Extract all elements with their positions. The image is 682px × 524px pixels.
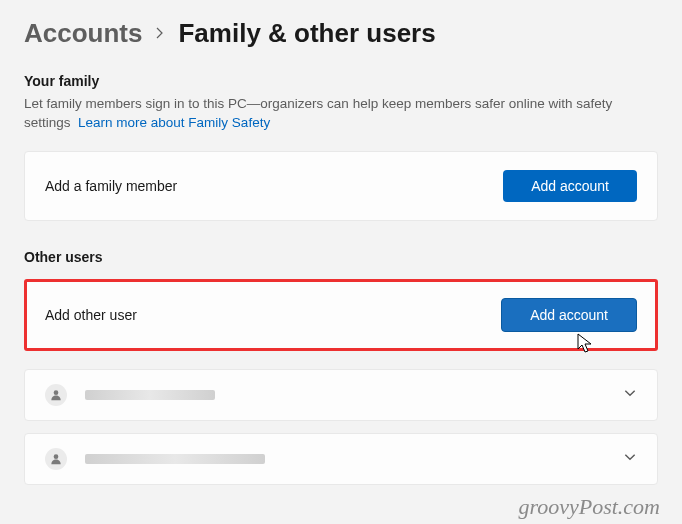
breadcrumb-parent[interactable]: Accounts [24, 18, 142, 49]
user-icon [45, 448, 67, 470]
add-family-member-card: Add a family member Add account [24, 151, 658, 221]
watermark: groovyPost.com [518, 494, 660, 520]
learn-more-link[interactable]: Learn more about Family Safety [78, 115, 270, 130]
user-name-redacted [85, 454, 265, 464]
svg-point-0 [54, 390, 59, 395]
add-other-user-card: Add other user Add account [24, 279, 658, 351]
add-family-label: Add a family member [45, 178, 177, 194]
chevron-right-icon [154, 23, 166, 44]
user-row[interactable] [24, 369, 658, 421]
add-family-account-button[interactable]: Add account [503, 170, 637, 202]
add-other-account-button[interactable]: Add account [501, 298, 637, 332]
family-description: Let family members sign in to this PC—or… [24, 95, 658, 133]
chevron-down-icon [623, 450, 637, 467]
user-name-redacted [85, 390, 215, 400]
page-title: Family & other users [178, 18, 435, 49]
svg-point-1 [54, 454, 59, 459]
breadcrumb: Accounts Family & other users [24, 18, 658, 49]
chevron-down-icon [623, 386, 637, 403]
other-users-section-title: Other users [24, 249, 658, 265]
add-other-user-label: Add other user [45, 307, 137, 323]
user-row[interactable] [24, 433, 658, 485]
family-section-title: Your family [24, 73, 658, 89]
user-icon [45, 384, 67, 406]
